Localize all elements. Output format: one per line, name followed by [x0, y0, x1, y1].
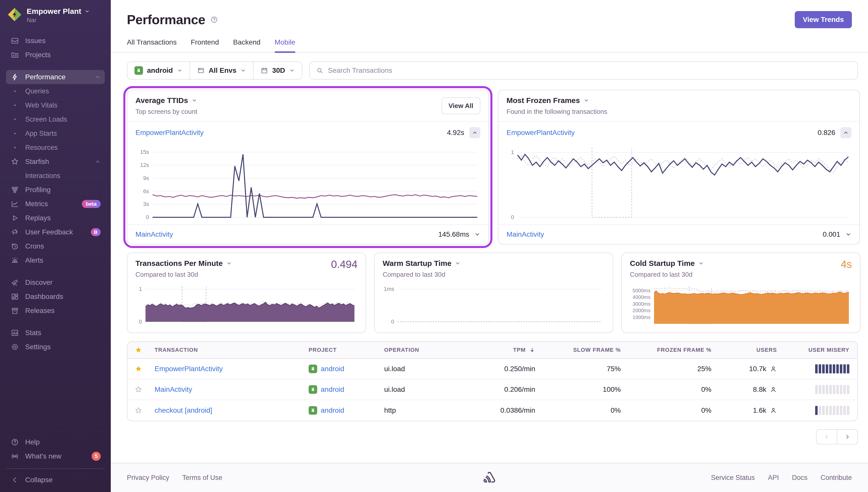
android-icon [134, 66, 143, 75]
transaction-link[interactable]: EmpowerPlantActivity [155, 365, 223, 373]
tpm-widget-selector[interactable]: Transactions Per Minute [135, 259, 232, 268]
transaction-link[interactable]: EmpowerPlantActivity [135, 129, 204, 137]
sidebar-item-label: Stats [25, 329, 41, 337]
sidebar-item-label: Web Vitals [25, 101, 57, 109]
sidebar-item-label: Metrics [25, 200, 48, 208]
transaction-link[interactable]: EmpowerPlantActivity [507, 129, 575, 137]
sentry-logo-icon[interactable] [482, 471, 497, 485]
tab-mobile[interactable]: Mobile [275, 38, 295, 52]
expand-row-button[interactable] [845, 231, 851, 238]
sidebar-item-replays[interactable]: Replays [6, 211, 105, 225]
project-link[interactable]: android [321, 365, 344, 373]
sidebar-item-queries[interactable]: Queries [6, 84, 105, 98]
footer-link-api[interactable]: API [768, 474, 779, 482]
sidebar-item-releases[interactable]: Releases [6, 304, 105, 318]
footer-link-service-status[interactable]: Service Status [711, 474, 755, 482]
sidebar-item-settings[interactable]: Settings [6, 340, 105, 354]
sidebar-item-user-feedback[interactable]: User Feedback B [6, 225, 105, 239]
cold-widget-selector[interactable]: Cold Startup Time [630, 259, 704, 268]
date-range-filter[interactable]: 30D [254, 62, 302, 79]
sidebar-item-discover[interactable]: Discover [6, 275, 105, 290]
column-header-project: PROJECT [304, 347, 379, 353]
sidebar-item-stats[interactable]: Stats [6, 326, 105, 340]
svg-text:15s: 15s [140, 149, 149, 155]
sidebar-item-dashboards[interactable]: Dashboards [6, 290, 105, 304]
environment-filter[interactable]: All Envs [190, 62, 254, 79]
tab-all-transactions[interactable]: All Transactions [127, 38, 177, 52]
footer-link-contribute[interactable]: Contribute [820, 474, 852, 482]
transaction-link[interactable]: MainActivity [507, 230, 544, 239]
tab-backend[interactable]: Backend [233, 38, 260, 52]
sidebar-item-label: Resources [25, 144, 58, 152]
star-icon[interactable] [134, 346, 143, 354]
star-toggle[interactable] [127, 407, 150, 414]
svg-text:4000ms: 4000ms [633, 294, 650, 300]
environment-filter-label: All Envs [209, 67, 236, 75]
cold-value: 4s [841, 259, 852, 270]
next-page-button[interactable] [837, 429, 858, 444]
search-input[interactable] [328, 67, 851, 75]
sidebar-item-web-vitals[interactable]: Web Vitals [6, 98, 105, 112]
sidebar-item-alerts[interactable]: Alerts [6, 253, 105, 267]
panel-title: Transactions Per Minute [135, 259, 223, 268]
sidebar-item-performance[interactable]: Performance [6, 70, 105, 84]
sidebar-item-metrics[interactable]: Metrics beta [6, 197, 105, 211]
previous-page-button[interactable] [816, 429, 837, 444]
sidebar-collapse-button[interactable]: Collapse [6, 473, 105, 487]
star-toggle[interactable] [127, 386, 150, 394]
table-row: MainActivity android ui.load 0.206/min 1… [127, 379, 858, 400]
frozen-widget-selector[interactable]: Most Frozen Frames [507, 96, 851, 105]
sidebar-item-app-starts[interactable]: App Starts [6, 126, 105, 141]
view-all-button[interactable]: View All [441, 97, 480, 114]
column-header-tpm[interactable]: TPM [465, 347, 540, 353]
panel-title: Cold Startup Time [630, 259, 695, 268]
sidebar-item-starfish[interactable]: Starfish [6, 155, 105, 169]
stats-icon [10, 328, 20, 337]
svg-text:1ms: 1ms [384, 286, 394, 292]
frozen-frame-value: 0% [626, 407, 716, 414]
footer-link-terms-of-use[interactable]: Terms of Use [182, 474, 222, 482]
collapse-row-button[interactable] [840, 127, 851, 138]
dashboards-icon [10, 292, 20, 301]
sidebar-item-profiling[interactable]: Profiling [6, 183, 105, 197]
project-link[interactable]: android [321, 407, 344, 414]
org-switcher[interactable]: Empower Plant Nar [0, 0, 111, 28]
tpm-value: 0.0386/min [465, 407, 540, 414]
view-trends-button[interactable]: View Trends [795, 11, 852, 28]
chevron-down-icon [192, 98, 197, 103]
transaction-link[interactable]: checkout [android] [155, 407, 212, 414]
project-filter[interactable]: android [127, 62, 190, 79]
svg-text:0: 0 [391, 319, 394, 325]
tpm-chart: 10 [135, 284, 357, 325]
star-toggle[interactable] [127, 365, 150, 373]
sidebar-item-crons[interactable]: Crons [6, 239, 105, 253]
ttids-widget-selector[interactable]: Average TTIDs [135, 96, 441, 105]
help-circle-icon[interactable] [210, 16, 218, 24]
sidebar-item-label: Starfish [25, 157, 49, 166]
sidebar-item-help[interactable]: Help [6, 435, 105, 449]
sidebar-item-label: Queries [25, 88, 49, 95]
sidebar-item-whats-new[interactable]: What's new 5 [6, 449, 105, 463]
footer-link-privacy-policy[interactable]: Privacy Policy [127, 474, 169, 482]
operation-value: ui.load [379, 365, 465, 373]
expand-row-button[interactable] [474, 231, 480, 238]
transaction-link[interactable]: MainActivity [135, 230, 173, 239]
project-link[interactable]: android [321, 386, 344, 394]
tab-frontend[interactable]: Frontend [191, 38, 219, 52]
transaction-link[interactable]: MainActivity [155, 386, 192, 394]
sidebar-item-resources[interactable]: Resources [6, 141, 105, 155]
sidebar-item-label: User Feedback [25, 228, 73, 236]
svg-text:0: 0 [139, 319, 142, 325]
sidebar-item-issues[interactable]: Issues [6, 34, 105, 48]
sidebar-item-projects[interactable]: Projects [6, 48, 105, 62]
sidebar-item-screen-loads[interactable]: Screen Loads [6, 112, 105, 126]
sidebar-item-label: App Starts [25, 130, 57, 138]
chevron-down-icon [698, 261, 704, 266]
footer-link-docs[interactable]: Docs [792, 474, 808, 482]
sidebar-item-label: Projects [25, 51, 51, 59]
user-icon [770, 365, 777, 372]
sidebar-item-interactions[interactable]: Interactions [6, 169, 105, 183]
search-icon [316, 67, 324, 74]
collapse-row-button[interactable] [469, 127, 480, 138]
warm-widget-selector[interactable]: Warm Startup Time [383, 259, 460, 268]
